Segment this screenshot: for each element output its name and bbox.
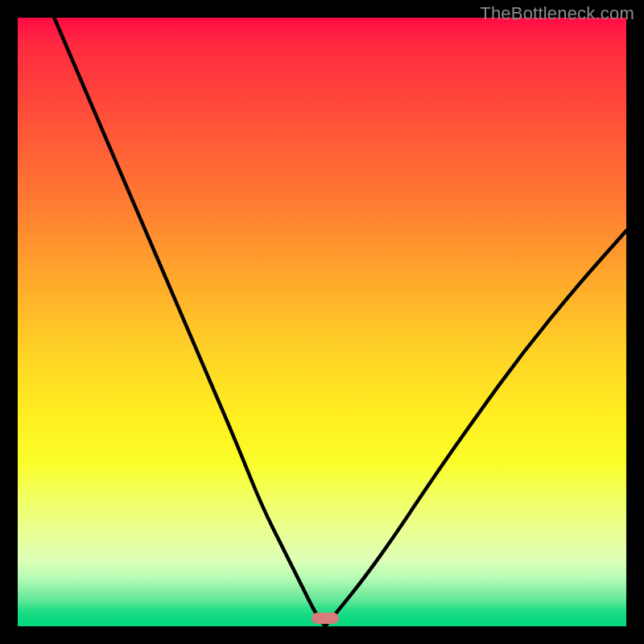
chart-frame: TheBottleneck.com: [0, 0, 644, 644]
optimum-marker: [312, 613, 339, 624]
curve-path: [54, 18, 626, 626]
watermark-text: TheBottleneck.com: [480, 3, 634, 24]
plot-area: [18, 18, 626, 626]
bottleneck-curve: [18, 18, 626, 626]
